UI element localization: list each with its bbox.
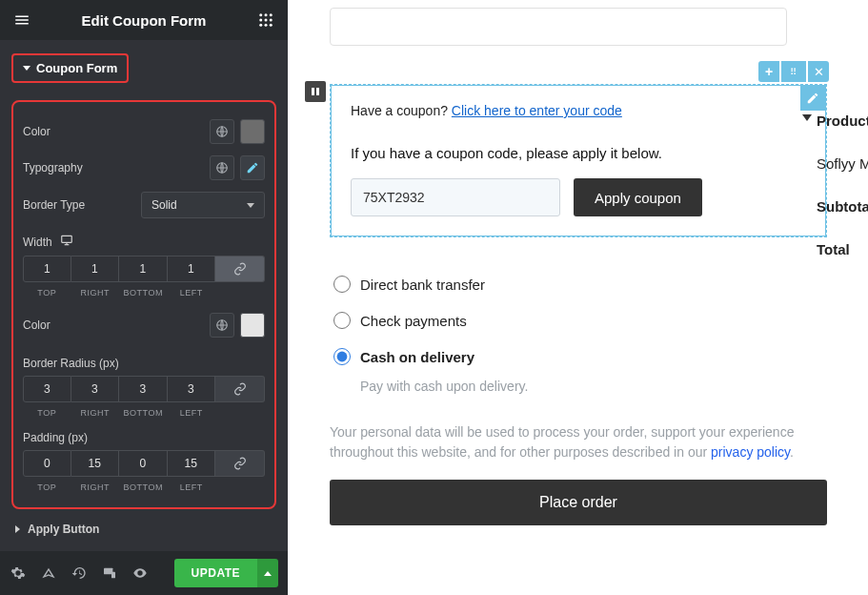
responsive-icon[interactable] (60, 234, 73, 250)
radius-top[interactable] (23, 376, 71, 402)
svg-rect-13 (104, 568, 112, 575)
app-grid-icon[interactable] (257, 11, 274, 29)
controls-box: Color Typography Border Type Solid (11, 100, 276, 509)
color-swatch[interactable] (240, 313, 265, 338)
caret-down-icon (23, 66, 30, 71)
email-field-placeholder[interactable] (330, 8, 787, 46)
width-label-row: Width (23, 234, 265, 250)
coupon-widget: + ⠿ ✕ Have a coupon? Click here to enter… (330, 84, 827, 533)
add-section-icon[interactable]: + (758, 61, 779, 82)
close-icon[interactable]: ✕ (808, 61, 829, 82)
menu-icon[interactable] (13, 11, 30, 29)
row-color: Color (23, 113, 265, 150)
preview-canvas: + ⠿ ✕ Have a coupon? Click here to enter… (288, 0, 868, 595)
width-label: Width (23, 236, 52, 249)
coupon-form-block: Have a coupon? Click here to enter your … (331, 85, 826, 236)
summary-product-header: Product (817, 113, 868, 129)
width-top[interactable] (23, 256, 71, 282)
radius-inputs: TOP RIGHT BOTTOM LEFT (23, 376, 265, 418)
radius-left[interactable] (168, 376, 216, 402)
svg-point-1 (265, 13, 268, 16)
pay-cod[interactable]: Cash on delivery (330, 339, 827, 375)
sidebar-header: Edit Coupon Form (0, 0, 288, 40)
apply-button-label: Apply Button (28, 523, 99, 536)
svg-rect-11 (61, 236, 71, 242)
history-icon[interactable] (71, 564, 88, 582)
privacy-policy-link[interactable]: privacy policy (711, 444, 790, 460)
panel-title: Edit Coupon Form (30, 12, 257, 29)
radius-bottom[interactable] (119, 376, 168, 402)
sidebar-footer: UPDATE (0, 551, 288, 595)
place-order-button[interactable]: Place order (330, 480, 827, 525)
padding-right[interactable] (71, 450, 120, 477)
color-swatch[interactable] (240, 119, 265, 144)
color2-label: Color (23, 318, 50, 332)
padding-label: Padding (px) (23, 431, 88, 444)
summary-subtotal: Subtota (817, 198, 868, 215)
summary-item: Soflyy M (817, 155, 868, 172)
apply-coupon-button[interactable]: Apply coupon (574, 178, 702, 216)
padding-top[interactable] (23, 450, 71, 477)
pay-cod-desc: Pay with cash upon delivery. (330, 375, 827, 409)
width-inputs: TOP RIGHT BOTTOM LEFT (23, 256, 265, 298)
border-type-value: Solid (151, 198, 177, 212)
coupon-code-input[interactable] (351, 178, 560, 216)
section-controls: + ⠿ ✕ (758, 61, 829, 82)
update-options-toggle[interactable] (257, 559, 278, 587)
link-values-icon[interactable] (215, 450, 265, 477)
typography-label: Typography (23, 161, 83, 174)
settings-icon[interactable] (10, 564, 27, 582)
coupon-reveal-link[interactable]: Click here to enter your code (452, 103, 622, 118)
caret-up-icon (264, 571, 272, 576)
width-bottom[interactable] (119, 256, 168, 282)
responsive-mode-icon[interactable] (101, 564, 118, 582)
padding-bottom[interactable] (119, 450, 168, 477)
padding-label-row: Padding (px) (23, 431, 265, 444)
border-radius-label: Border Radius (px) (23, 357, 119, 370)
link-values-icon[interactable] (215, 256, 265, 282)
svg-point-3 (259, 19, 262, 22)
svg-rect-16 (316, 88, 319, 95)
border-type-select[interactable]: Solid (141, 192, 265, 218)
width-right[interactable] (71, 256, 120, 282)
padding-inputs: TOP RIGHT BOTTOM LEFT (23, 450, 265, 492)
svg-point-8 (270, 24, 273, 27)
globe-icon[interactable] (210, 155, 234, 180)
globe-icon[interactable] (210, 119, 234, 144)
pay-bank-transfer[interactable]: Direct bank transfer (330, 266, 827, 302)
border-type-label: Border Type (23, 198, 85, 212)
svg-point-7 (265, 24, 268, 27)
privacy-note: Your personal data will be used to proce… (330, 422, 827, 462)
pay-check[interactable]: Check payments (330, 302, 827, 339)
border-radius-label-row: Border Radius (px) (23, 357, 265, 370)
link-values-icon[interactable] (215, 376, 265, 402)
summary-total: Total (817, 241, 868, 257)
section-outline: Have a coupon? Click here to enter your … (330, 84, 827, 237)
preview-icon[interactable] (131, 564, 149, 582)
svg-rect-14 (111, 572, 115, 579)
svg-point-0 (259, 13, 262, 16)
section-apply-button[interactable]: Apply Button (11, 509, 276, 536)
chevron-down-icon (247, 203, 254, 208)
section-coupon-form[interactable]: Coupon Form (11, 53, 129, 83)
svg-point-5 (270, 19, 273, 22)
svg-point-4 (265, 19, 268, 22)
column-handle-icon[interactable] (305, 81, 326, 102)
coupon-prompt: Have a coupon? Click here to enter your … (351, 103, 806, 118)
order-summary-col: Product Soflyy M Subtota Total (809, 95, 868, 284)
width-left[interactable] (168, 256, 216, 282)
padding-left[interactable] (168, 450, 216, 477)
caret-right-icon (15, 525, 20, 533)
navigator-icon[interactable] (40, 564, 57, 582)
globe-icon[interactable] (210, 313, 234, 338)
panel-body: Coupon Form Color Typography Border Type (0, 40, 288, 551)
edit-typography-icon[interactable] (240, 155, 265, 180)
payment-methods: Direct bank transfer Check payments Cash… (330, 258, 827, 533)
row-border-type: Border Type Solid (23, 186, 265, 224)
svg-point-6 (259, 24, 262, 27)
update-button[interactable]: UPDATE (174, 559, 257, 587)
color-label: Color (23, 125, 50, 138)
drag-handle-icon[interactable]: ⠿ (781, 61, 806, 82)
row-color2: Color (23, 307, 265, 343)
radius-right[interactable] (71, 376, 120, 402)
